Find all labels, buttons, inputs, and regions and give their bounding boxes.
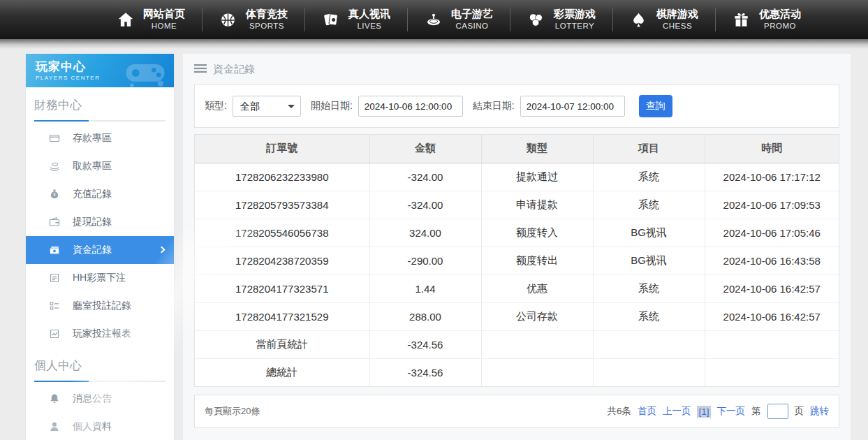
sidebar-item-deposit-zone[interactable]: 存款專區 [26,124,174,152]
breadcrumb: 資金記錄 [194,54,839,85]
cell-type: 优惠 [481,274,593,302]
nav-label-en: CHESS [663,21,692,31]
filter-bar: 類型: 全部 開始日期: 結束日期: 查詢 [194,85,839,128]
money-bag-icon [48,189,60,200]
top-nav: 网站首页HOME 体育竞技SPORTS 真人视讯LIVES 电子游艺CASINO… [0,0,868,39]
nav-shadow [0,39,868,49]
main-content: 資金記錄 類型: 全部 開始日期: 結束日期: 查詢 訂單號 [183,54,851,440]
type-select[interactable]: 全部 [233,96,301,117]
cell-summary-amount: -324.56 [369,330,481,358]
start-date-input[interactable] [358,96,463,117]
search-button[interactable]: 查詢 [639,95,672,117]
type-label: 類型: [205,100,227,112]
table-row: 1728205546056738324.00额度转入BG视讯2024-10-06… [195,219,839,247]
sidebar-header: 玩家中心 PLAYERS CENTER [26,54,174,87]
chevron-right-icon [159,247,165,254]
col-header-order-no: 訂單號 [195,135,369,163]
end-date-input[interactable] [520,96,625,117]
col-header-item: 項目 [593,135,705,163]
summary-row-current-page: 當前頁統計-324.56 [195,330,839,358]
cell-item: 系统 [593,191,705,219]
nav-item-casino[interactable]: 电子游艺CASINO [407,4,510,35]
prev-page-link[interactable]: 上一页 [663,405,691,418]
sidebar-item-label: HH彩票下注 [73,272,126,284]
section-heading-personal: 個人中心 [26,348,174,378]
current-page-indicator: [1] [697,406,710,418]
jump-button[interactable]: 跳转 [810,405,829,418]
cell-amount: 288.00 [369,302,481,330]
cell-order-no: 1728204177323571 [195,274,369,302]
sidebar-item-withdraw-zone[interactable]: 取款專區 [26,152,174,180]
cell-amount: -324.00 [369,191,481,219]
start-date-label: 開始日期: [311,100,353,112]
page-jump-input[interactable] [767,404,788,419]
bell-icon [48,393,60,405]
sidebar-item-label: 取款專區 [73,160,112,173]
nav-label-en: SPORTS [249,21,284,31]
section-divider [34,381,165,382]
col-header-type: 類型 [481,135,593,163]
sidebar-item-profile[interactable]: 個人資料 [26,413,174,440]
cell-empty [481,330,593,358]
sidebar-item-label: 玩家投注報表 [73,328,131,340]
nav-item-chess[interactable]: 棋牌游戏CHESS [612,4,715,35]
player-center-sidebar: 玩家中心 PLAYERS CENTER 財務中心 存款專區 取款專區 充值記錄 … [25,54,175,440]
nav-label-zh: 优惠活动 [759,8,801,21]
hamburger-icon[interactable] [194,64,207,75]
first-page-link[interactable]: 首页 [638,405,656,418]
sidebar-item-recharge-records[interactable]: 充值記錄 [26,180,174,208]
cell-time: 2024-10-06 16:42:57 [705,302,839,330]
table-row: 1728204238720359-290.00额度转出BG视讯2024-10-0… [195,247,839,274]
sidebar-item-announcements[interactable]: 消息公告 [26,385,174,413]
table-row: 1728206232233980-324.00提款通过系统2024-10-06 … [195,163,839,191]
page-title: 資金記錄 [213,63,255,76]
gamepad-watermark-icon [122,57,168,87]
cell-order-no: 1728205546056738 [195,219,369,247]
jump-suffix-text: 页 [795,405,804,418]
cell-order-no: 1728204238720359 [195,247,369,274]
nav-item-promo[interactable]: 优惠活动PROMO [715,4,818,35]
sidebar-item-label: 廳室投註記錄 [73,300,131,312]
nav-item-lottery[interactable]: 彩票游戏LOTTERY [510,4,612,35]
col-header-time: 時間 [705,135,839,163]
summary-row-total: 總統計-324.56 [195,358,839,386]
nav-label-en: PROMO [764,21,796,31]
nav-label-en: HOME [152,21,177,31]
cell-time: 2024-10-06 17:05:46 [705,219,839,247]
kanban-icon [48,300,60,312]
nav-item-sports[interactable]: 体育竞技SPORTS [202,4,304,35]
cell-type: 额度转出 [481,247,593,274]
nav-label-zh: 电子游艺 [451,8,493,21]
cell-time: 2024-10-06 16:43:58 [705,247,839,274]
sidebar-item-funds-records[interactable]: 資金記錄 [26,236,174,264]
cell-time: 2024-10-06 16:42:57 [705,274,839,302]
cell-amount: 1.44 [369,274,481,302]
live-cards-icon [321,10,340,29]
section-heading-finance: 財務中心 [26,87,174,117]
sidebar-item-hh-lottery-bets[interactable]: HH彩票下注 [26,264,174,292]
sidebar-item-label: 存款專區 [73,132,112,145]
nav-item-lives[interactable]: 真人视讯LIVES [304,4,407,35]
cell-item: 系统 [593,163,705,191]
deposit-card-icon [48,133,60,145]
nav-label-zh: 彩票游戏 [554,8,596,21]
sidebar-item-withdraw-records[interactable]: 提現記錄 [26,208,174,236]
home-icon [116,10,135,29]
cell-item: BG视讯 [593,247,705,274]
nav-label-en: LIVES [357,21,381,31]
next-page-link[interactable]: 下一页 [717,405,746,418]
table-row: 17282041773235711.44优惠系统2024-10-06 16:42… [195,274,839,302]
cell-order-no: 1728206232233980 [195,163,369,191]
chart-report-icon [48,328,60,340]
nav-label-zh: 体育竞技 [246,8,288,21]
nav-item-home[interactable]: 网站首页HOME [99,4,202,35]
jump-prefix-text: 第 [751,405,761,418]
sidebar-item-label: 資金記錄 [73,244,112,256]
nav-label-en: CASINO [455,21,488,31]
cell-order-no: 1728205793573384 [195,191,369,219]
cell-empty [593,330,705,358]
sidebar-item-player-bet-report[interactable]: 玩家投注報表 [26,320,174,348]
nav-label-zh: 网站首页 [143,8,185,21]
cell-amount: 324.00 [369,219,481,247]
sidebar-item-room-bet-records[interactable]: 廳室投註記錄 [26,292,174,320]
